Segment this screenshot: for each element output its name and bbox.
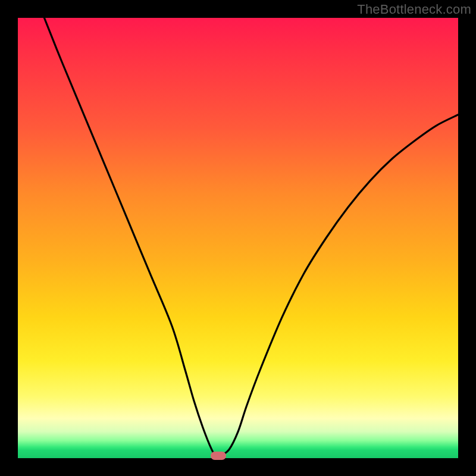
chart-frame: TheBottleneck.com xyxy=(0,0,476,476)
optimal-marker xyxy=(211,452,226,460)
watermark-text: TheBottleneck.com xyxy=(357,2,471,17)
plot-area xyxy=(18,18,458,458)
bottleneck-curve xyxy=(18,18,458,458)
